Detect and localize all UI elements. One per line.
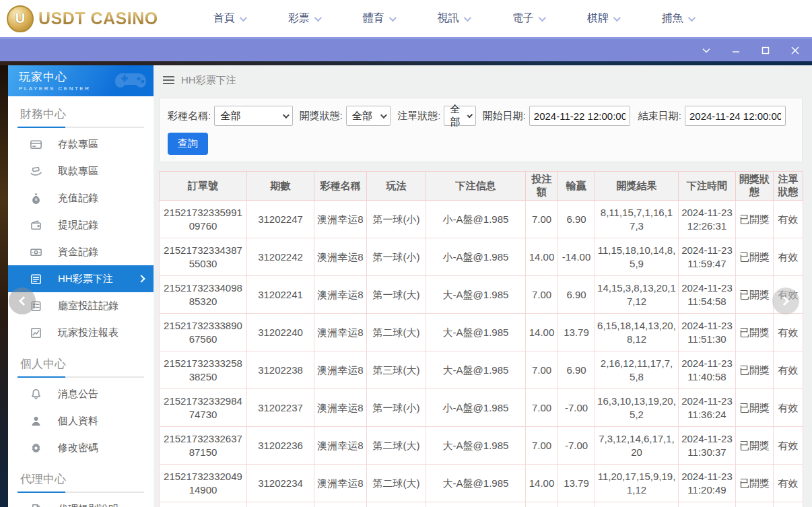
table-cell: 7.00 (526, 351, 558, 389)
maximize-icon[interactable] (755, 42, 776, 59)
query-button[interactable]: 查詢 (168, 133, 208, 155)
table-cell: 2024-11-23 11:51:30 (679, 314, 736, 351)
sidebar-item-gear[interactable]: 修改密碼 (8, 434, 154, 461)
table-cell: 7.00 (526, 276, 558, 314)
column-header-11: 注單狀態 (774, 172, 803, 201)
table-cell: 澳洲幸运8 (314, 238, 367, 276)
column-header-10: 開獎狀態 (736, 172, 774, 201)
draw-status-select[interactable]: 全部 (346, 106, 391, 126)
sidebar-item-bell[interactable]: 消息公告 (8, 380, 154, 407)
report-chart-icon (30, 326, 43, 339)
sidebar-collapse-button[interactable] (9, 288, 36, 314)
table-cell: 已開獎 (736, 314, 774, 351)
nav-item-label: 棋牌 (587, 11, 609, 26)
table-row: 215217323343875503031202242澳洲幸运8第一球(小)小-… (160, 238, 803, 276)
menu-toggle-icon[interactable] (163, 76, 174, 84)
chevron-down-icon (388, 13, 396, 21)
bet-records-table: 訂單號期數彩種名稱玩法下注信息投注額輸贏開獎結果下注時間開獎狀態注單狀態 215… (159, 171, 803, 507)
gamepad-icon (113, 68, 148, 92)
table-cell: 有效 (774, 351, 803, 389)
table-cell: 2152173233599109760 (160, 201, 247, 238)
close-icon[interactable] (785, 42, 805, 59)
main-area: 玩家中心 PLAYERS CENTER 財務中心存款專區取款專區¥充值記錄提現記… (0, 65, 812, 507)
table-cell: -7.00 (558, 389, 595, 427)
nav-item-4[interactable]: 視訊 (416, 0, 491, 37)
table-cell: 大-A盤@1.985 (426, 314, 526, 351)
column-header-7: 輸贏 (558, 172, 595, 201)
coin-logo-icon: U (7, 5, 34, 32)
table-cell: 2152173233325838250 (160, 351, 247, 389)
sidebar-item-document[interactable]: 代理規則說明 (8, 496, 154, 507)
chevron-down-icon (283, 112, 290, 119)
table-cell (426, 502, 526, 507)
end-date-input[interactable] (685, 106, 786, 126)
table-cell: 澳洲幸运8 (314, 276, 367, 314)
table-row: 215217323320491490031202234澳洲幸运8第二球(大)大-… (160, 465, 803, 502)
table-cell (367, 502, 426, 507)
start-date-label: 開始日期: (483, 110, 526, 123)
nav-item-label: 視訊 (438, 11, 459, 26)
column-header-8: 開獎結果 (595, 172, 679, 201)
table-cell: 已開獎 (736, 389, 774, 427)
filter-panel: 彩種名稱: 全部 開獎狀態: 全部 注單狀態: 全部 開始日期: 結束日期: (159, 98, 803, 162)
minimize-icon[interactable] (726, 42, 746, 59)
sidebar-item-deposit-card[interactable]: 存款專區 (8, 131, 154, 158)
table-cell: 大-A盤@1.985 (426, 276, 526, 314)
sidebar-item-list[interactable]: HH彩票下注 (8, 265, 154, 292)
table-cell: 第二球(大) (367, 427, 426, 465)
order-status-label: 注單狀態: (397, 110, 440, 123)
money-bag-icon: ¥ (30, 191, 43, 205)
breadcrumb: HH彩票下注 (154, 65, 812, 95)
table-cell: 第二球(大) (367, 314, 426, 351)
sidebar-section-title: 個人中心 (8, 346, 154, 376)
column-header-5: 下注信息 (426, 172, 526, 201)
table-row: 215217323332583825031202238澳洲幸运8第三球(大)大-… (160, 351, 803, 389)
table-cell: 已開獎 (736, 201, 774, 238)
nav-item-3[interactable]: 體育 (341, 0, 416, 37)
lottery-name-select[interactable]: 全部 (214, 106, 293, 126)
nav-item-1[interactable]: 首頁 (192, 0, 267, 37)
sidebar-item-user[interactable]: 個人資料 (8, 407, 154, 434)
table-cell: 第一球(小) (367, 238, 426, 276)
sidebar-item-report-chart[interactable]: 玩家投注報表 (8, 319, 154, 346)
table-cell: 6.90 (558, 276, 595, 314)
nav-item-label: 電子 (512, 11, 534, 26)
table-cell: 2024-11-23 12:26:31 (679, 201, 736, 238)
table-cell (160, 502, 247, 507)
start-date-input[interactable] (529, 106, 630, 126)
table-cell: 31202237 (247, 389, 314, 427)
table-cell: 已開獎 (736, 427, 774, 465)
table-cell: 第二球(大) (367, 465, 426, 502)
page-title: HH彩票下注 (181, 74, 236, 87)
sidebar-item-wallet[interactable]: 提現記錄 (8, 211, 154, 238)
section-divider (18, 127, 144, 128)
bell-icon (30, 387, 43, 401)
next-page-button[interactable] (772, 288, 799, 314)
table-cell: 澳洲幸运8 (314, 351, 367, 389)
column-header-1: 訂單號 (160, 172, 247, 201)
column-header-4: 玩法 (367, 172, 426, 201)
table-cell: 第一球(小) (367, 201, 426, 238)
nav-item-6[interactable]: 棋牌 (566, 0, 640, 37)
table-cell: 2024-11-23 11:54:58 (679, 276, 736, 314)
table-cell: 7,3,12,14,6,17,1,20 (595, 427, 679, 465)
site-logo[interactable]: U USDT CASINO (7, 5, 158, 32)
table-cell: 31202240 (247, 314, 314, 351)
chevron-down-icon[interactable] (696, 42, 716, 59)
table-cell: 有效 (774, 201, 803, 238)
nav-item-5[interactable]: 電子 (491, 0, 566, 37)
order-status-value: 全部 (450, 103, 461, 129)
sidebar-item-banknote[interactable]: 資金記錄 (8, 238, 154, 265)
sidebar-item-money-bag[interactable]: ¥充值記錄 (8, 184, 154, 211)
table-cell: 大-A盤@1.985 (426, 465, 526, 502)
sidebar-item-label: 修改密碼 (58, 442, 98, 454)
document-icon (30, 502, 43, 507)
sidebar-item-withdraw-hand[interactable]: 取款專區 (8, 158, 154, 184)
table-cell: 第一球(大) (367, 276, 426, 314)
order-status-select[interactable]: 全部 (444, 106, 475, 126)
nav-item-7[interactable]: 捕魚 (640, 0, 715, 37)
chevron-down-icon (380, 112, 387, 119)
nav-item-2[interactable]: 彩票 (267, 0, 341, 37)
table-cell: 14.00 (526, 238, 558, 276)
sidebar-item-label: 充值記錄 (58, 192, 98, 205)
